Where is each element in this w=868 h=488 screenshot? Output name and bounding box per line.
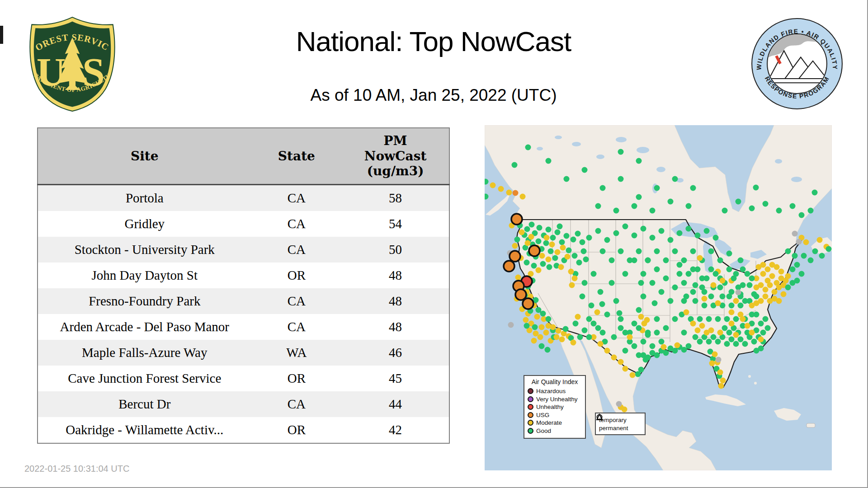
site-dot[interactable]: [686, 203, 692, 209]
site-dot[interactable]: [758, 321, 764, 327]
site-dot[interactable]: [749, 303, 755, 309]
site-dot[interactable]: [557, 224, 563, 230]
site-dot[interactable]: [717, 330, 723, 336]
site-dot[interactable]: [618, 359, 624, 365]
site-dot[interactable]: [512, 243, 518, 249]
site-dot[interactable]: [826, 246, 832, 252]
site-dot[interactable]: [693, 282, 698, 288]
site-dot[interactable]: [702, 296, 708, 302]
site-dot[interactable]: [747, 282, 753, 288]
site-dot[interactable]: [803, 239, 809, 245]
site-dot[interactable]: [763, 316, 769, 322]
site-dot[interactable]: [531, 338, 537, 344]
site-dot[interactable]: [641, 226, 646, 232]
site-dot[interactable]: [708, 328, 714, 333]
site-dot[interactable]: [559, 239, 565, 245]
site-dot[interactable]: [729, 310, 735, 315]
site-dot[interactable]: [663, 276, 669, 282]
site-dot[interactable]: [767, 282, 773, 288]
site-dot[interactable]: [749, 276, 755, 282]
site-dot[interactable]: [717, 258, 723, 263]
site-dot[interactable]: [785, 285, 791, 291]
site-dot[interactable]: [546, 158, 552, 164]
site-dot[interactable]: [528, 234, 534, 240]
site-dot[interactable]: [564, 233, 570, 239]
site-dot[interactable]: [636, 249, 642, 254]
site-dot[interactable]: [767, 298, 773, 304]
site-dot[interactable]: [672, 176, 678, 182]
site-dot[interactable]: [568, 269, 574, 275]
site-dot[interactable]: [794, 278, 800, 284]
site-dot[interactable]: [745, 323, 750, 329]
site-dot[interactable]: [717, 285, 723, 291]
site-dot[interactable]: [711, 282, 717, 288]
site-dot[interactable]: [536, 267, 542, 273]
site-dot[interactable]: [812, 249, 818, 254]
site-dot[interactable]: [790, 203, 796, 209]
site-dot[interactable]: [558, 264, 564, 270]
site-dot[interactable]: [720, 294, 726, 300]
site-dot[interactable]: [712, 352, 718, 357]
site-dot[interactable]: [794, 262, 800, 268]
site-dot[interactable]: [684, 310, 689, 315]
site-dot[interactable]: [555, 249, 561, 255]
site-dot[interactable]: [711, 334, 717, 340]
site-dot[interactable]: [776, 208, 782, 214]
site-dot[interactable]: [792, 253, 798, 259]
site-dot[interactable]: [627, 258, 633, 263]
site-dot[interactable]: [654, 267, 660, 272]
site-dot[interactable]: [681, 330, 687, 336]
site-dot[interactable]: [686, 271, 692, 277]
site-dot[interactable]: [654, 316, 660, 322]
site-dot[interactable]: [598, 289, 604, 295]
site-dot[interactable]: [742, 298, 748, 304]
site-dot[interactable]: [577, 334, 583, 340]
site-dot[interactable]: [632, 203, 637, 209]
site-dot[interactable]: [704, 276, 710, 282]
site-dot[interactable]: [524, 323, 530, 329]
site-dot[interactable]: [708, 249, 714, 254]
site-dot[interactable]: [754, 285, 760, 291]
site-dot[interactable]: [717, 370, 723, 375]
site-dot[interactable]: [796, 239, 802, 245]
site-dot[interactable]: [632, 343, 637, 349]
site-dot[interactable]: [672, 249, 678, 254]
site-dot[interactable]: [733, 316, 739, 322]
site-dot[interactable]: [636, 352, 642, 358]
site-dot[interactable]: [582, 328, 588, 333]
site-dot[interactable]: [537, 225, 542, 231]
site-dot[interactable]: [726, 267, 732, 272]
site-dot[interactable]: [582, 167, 588, 173]
site-dot[interactable]: [549, 242, 555, 248]
site-dot[interactable]: [539, 253, 545, 259]
site-dot[interactable]: [636, 307, 642, 313]
site-dot[interactable]: [733, 332, 739, 338]
site-dot[interactable]: [729, 337, 735, 343]
site-dot[interactable]: [618, 325, 624, 331]
site-dot[interactable]: [513, 190, 519, 196]
site-dot[interactable]: [715, 316, 721, 322]
site-dot[interactable]: [575, 314, 581, 320]
site-dot[interactable]: [808, 208, 814, 214]
site-dot[interactable]: [663, 258, 669, 263]
site-dot[interactable]: [790, 267, 796, 272]
site-dot[interactable]: [695, 233, 701, 239]
site-dot[interactable]: [540, 261, 546, 267]
site-dot[interactable]: [652, 300, 658, 306]
site-dot[interactable]: [645, 258, 651, 263]
site-dot[interactable]: [515, 275, 521, 281]
site-dot[interactable]: [690, 289, 696, 295]
site-dot[interactable]: [595, 325, 601, 331]
site-dot[interactable]: [726, 330, 732, 336]
site-dot[interactable]: [544, 235, 550, 241]
site-dot[interactable]: [548, 249, 554, 254]
site-dot[interactable]: [716, 357, 722, 363]
site-dot[interactable]: [618, 249, 624, 254]
site-dot[interactable]: [613, 208, 619, 214]
site-dot[interactable]: [749, 206, 755, 211]
site-dot[interactable]: [769, 273, 775, 279]
site-dot[interactable]: [681, 258, 687, 263]
site-dot[interactable]: [589, 303, 594, 309]
site-dot[interactable]: [729, 289, 735, 295]
site-dot[interactable]: [581, 249, 587, 254]
